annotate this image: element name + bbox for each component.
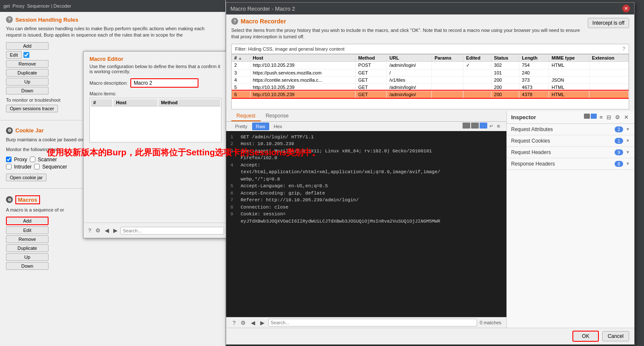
bottom-forward-btn[interactable]: ▶: [259, 319, 266, 326]
macros-edit-btn[interactable]: Edit: [6, 226, 49, 234]
bottom-back-btn[interactable]: ◀: [250, 319, 256, 326]
session-title: Session Handling Rules: [15, 17, 78, 23]
settings-btn-editor[interactable]: ⚙: [94, 227, 102, 234]
row3-num: 3: [232, 69, 250, 76]
help-btn-editor[interactable]: ?: [87, 227, 92, 234]
sequencer-checkbox[interactable]: [34, 164, 40, 169]
inspector-list-btn[interactable]: ≡: [598, 114, 604, 121]
macros-remove-btn[interactable]: Remove: [6, 235, 49, 243]
filter-help-icon[interactable]: ?: [622, 46, 625, 52]
th-url[interactable]: URL: [387, 54, 432, 62]
proxy-table-container[interactable]: # ▲ Host Method URL Params Edited Status…: [231, 54, 629, 109]
intercept-btn[interactable]: Intercept is off: [588, 18, 629, 28]
row5-host: http://10.10.205.239: [250, 83, 356, 91]
row5-url: /admin/login/: [387, 83, 432, 91]
forward-btn-editor[interactable]: ▶: [112, 227, 119, 234]
th-length[interactable]: Length: [519, 54, 549, 62]
macros-duplicate-btn[interactable]: Duplicate: [6, 244, 49, 252]
inspector-request-cookies[interactable]: Request Cookies 1 ▼: [507, 135, 634, 147]
session-up-btn[interactable]: Up: [6, 78, 49, 86]
request-attributes-chevron: ▼: [626, 127, 630, 132]
wrap-btn[interactable]: ↵: [488, 123, 494, 130]
th-host[interactable]: Host: [250, 54, 356, 62]
th-status[interactable]: Status: [491, 54, 519, 62]
ok-btn[interactable]: OK: [572, 331, 598, 342]
th-edited[interactable]: Edited: [463, 54, 492, 62]
bottom-settings-btn[interactable]: ⚙: [239, 319, 247, 326]
table-row[interactable]: 3 https://push.services.mozilla.com GET …: [232, 69, 629, 76]
cancel-btn[interactable]: Cancel: [602, 331, 629, 341]
inspector-request-headers[interactable]: Request Headers 9 ▼: [507, 147, 634, 158]
table-row-selected[interactable]: 6 http://10.10.205.239 GET /admin/login/…: [232, 91, 629, 98]
inspector-panel: Inspector ≡ ⊟ ⚙ ✕ Request Attributes: [506, 111, 634, 328]
open-cookie-jar-btn[interactable]: Open cookie jar: [6, 174, 46, 181]
recorder-footer: OK Cancel: [226, 328, 634, 344]
macros-btn-group: Add Edit Remove Duplicate Up Down: [6, 217, 49, 270]
inspector-split-btn[interactable]: ⊟: [605, 114, 612, 121]
grid-icon-3[interactable]: [480, 123, 487, 129]
th-mime[interactable]: MIME type: [549, 54, 589, 62]
grid-icon-1[interactable]: [463, 123, 470, 129]
session-edit-btn[interactable]: Edit: [6, 51, 22, 59]
row6-url: /admin/login/: [387, 91, 432, 98]
macros-down-btn[interactable]: Down: [6, 262, 49, 270]
inspector-settings-btn[interactable]: ⚙: [614, 114, 621, 121]
code-line-9b: eyJTdXBwb3JOQXVOaCI6IlRydWUiLCJTdXBwb3JO…: [230, 218, 502, 225]
sub-tab-raw[interactable]: Raw: [252, 123, 269, 130]
row2-length: 754: [519, 61, 549, 69]
sub-tab-hex[interactable]: Hex: [270, 123, 286, 130]
line-num-4: 4: [230, 162, 237, 169]
th-ext[interactable]: Extension: [589, 54, 628, 62]
proxy-checkbox[interactable]: [6, 157, 12, 162]
table-row[interactable]: 2 http://10.10.205.239 POST /admin/login…: [232, 61, 629, 69]
row2-num: 2: [232, 61, 250, 69]
th-params[interactable]: Params: [432, 54, 463, 62]
inspector-grid-2[interactable]: [591, 114, 597, 119]
intruder-checkbox[interactable]: [6, 164, 12, 169]
macros-add-btn[interactable]: Add: [6, 217, 49, 225]
session-down-btn[interactable]: Down: [6, 87, 49, 94]
code-line-4b: text/html,application/xhtml+xml,applicat…: [230, 169, 502, 176]
request-search-input[interactable]: [268, 319, 477, 326]
table-row[interactable]: 5 http://10.10.205.239 GET /admin/login/…: [232, 83, 629, 91]
macro-description-input[interactable]: [130, 78, 198, 88]
proxy-label: Proxy: [14, 157, 27, 163]
grid-icon-2[interactable]: [471, 123, 479, 129]
th-num[interactable]: # ▲: [232, 54, 250, 62]
row3-ext: [589, 69, 628, 76]
session-btn-group: Add Edit Remove Duplicate Up Down: [6, 42, 49, 94]
th-method[interactable]: Method: [356, 54, 387, 62]
back-btn-editor[interactable]: ◀: [104, 227, 110, 234]
line-num-9b: [230, 218, 237, 225]
open-sessions-tracer-btn[interactable]: Open sessions tracer: [6, 105, 58, 112]
bottom-split: Request Response Pretty Raw Hex: [226, 111, 634, 328]
scanner-checkbox[interactable]: [30, 157, 35, 162]
inspector-grid-1[interactable]: [584, 114, 590, 119]
bottom-help-btn[interactable]: ?: [231, 319, 237, 326]
sub-tab-pretty[interactable]: Pretty: [231, 123, 251, 130]
table-row[interactable]: 4 https://contile.services.mozilla.c... …: [232, 76, 629, 83]
request-headers-chevron: ▼: [626, 150, 630, 154]
session-add-btn[interactable]: Add: [6, 42, 49, 50]
row4-params: [432, 76, 463, 83]
macros-up-btn[interactable]: Up: [6, 253, 49, 261]
tab-response[interactable]: Response: [261, 111, 294, 121]
row4-ext: [589, 76, 628, 83]
code-text-4b: text/html,application/xhtml+xml,applicat…: [241, 169, 440, 176]
inspector-close-btn[interactable]: ✕: [623, 114, 630, 121]
recorder-close-btn[interactable]: ✕: [622, 5, 630, 12]
sub-tab-icons: ↵ ≡: [463, 123, 501, 130]
inspector-request-attributes[interactable]: Request Attributes 2 ▼: [507, 124, 634, 135]
row6-ext: [589, 91, 628, 98]
session-duplicate-btn[interactable]: Duplicate: [6, 69, 49, 77]
line-num-9: 9: [230, 211, 237, 218]
code-area[interactable]: 1 GET /admin/login/ HTTP/1.1 2 Host: 10.…: [226, 131, 506, 317]
menu-btn[interactable]: ≡: [495, 123, 501, 130]
session-enabled-checkbox[interactable]: [23, 52, 29, 58]
session-remove-btn[interactable]: Remove: [6, 60, 49, 68]
inspector-header: Inspector ≡ ⊟ ⚙ ✕: [507, 111, 634, 124]
editor-search-input[interactable]: [121, 227, 224, 234]
inspector-response-headers[interactable]: Response Headers 8 ▼: [507, 158, 634, 170]
tab-request[interactable]: Request: [231, 111, 261, 121]
filter-bar[interactable]: Filter: Hiding CSS, image and general bi…: [231, 44, 629, 54]
